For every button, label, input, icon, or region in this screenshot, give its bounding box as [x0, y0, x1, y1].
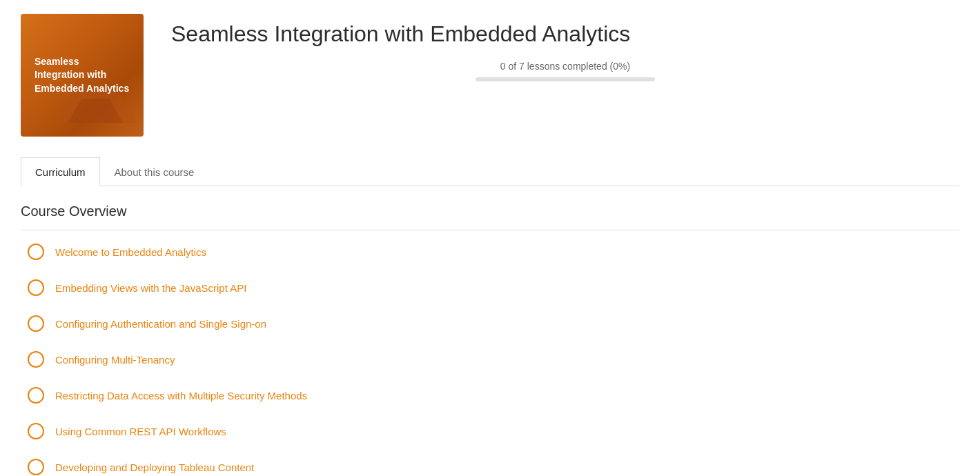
- lesson-label: Embedding Views with the JavaScript API: [55, 281, 246, 295]
- header-section: Seamless Integration with Embedded Analy…: [21, 14, 959, 137]
- lesson-circle-icon: [28, 315, 44, 332]
- tabs-container: Curriculum About this course: [21, 157, 959, 186]
- thumbnail-text: Seamless Integration with Embedded Analy…: [35, 55, 130, 96]
- lesson-item[interactable]: Configuring Multi-Tenancy: [21, 341, 959, 377]
- lesson-label: Restricting Data Access with Multiple Se…: [55, 388, 307, 403]
- course-title: Seamless Integration with Embedded Analy…: [171, 21, 959, 47]
- lesson-circle-icon: [28, 244, 44, 260]
- lesson-circle-icon: [28, 279, 44, 296]
- lesson-label: Developing and Deploying Tableau Content: [55, 460, 254, 475]
- lesson-item[interactable]: Welcome to Embedded Analytics: [21, 234, 959, 270]
- lesson-circle-icon: [28, 459, 44, 475]
- lesson-circle-icon: [28, 351, 44, 368]
- course-info: Seamless Integration with Embedded Analy…: [171, 14, 959, 81]
- tab-curriculum[interactable]: Curriculum: [21, 157, 100, 186]
- curriculum-content: Course Overview Welcome to Embedded Anal…: [21, 204, 959, 476]
- lesson-list: Welcome to Embedded AnalyticsEmbedding V…: [21, 234, 959, 476]
- lesson-item[interactable]: Developing and Deploying Tableau Content: [21, 449, 959, 476]
- divider: [21, 230, 959, 230]
- lesson-item[interactable]: Configuring Authentication and Single Si…: [21, 306, 959, 341]
- lesson-item[interactable]: Restricting Data Access with Multiple Se…: [21, 377, 959, 413]
- lesson-label: Configuring Multi-Tenancy: [55, 353, 175, 367]
- progress-label: 0 of 7 lessons completed (0%): [171, 61, 959, 72]
- lesson-label: Using Common REST API Workflows: [55, 424, 226, 439]
- lesson-label: Configuring Authentication and Single Si…: [55, 317, 266, 331]
- course-overview-title: Course Overview: [21, 204, 959, 219]
- tab-about[interactable]: About this course: [100, 157, 209, 186]
- lesson-circle-icon: [28, 423, 44, 439]
- lesson-item[interactable]: Embedding Views with the JavaScript API: [21, 270, 959, 306]
- page-container: Seamless Integration with Embedded Analy…: [0, 0, 980, 476]
- lesson-item[interactable]: Using Common REST API Workflows: [21, 413, 959, 449]
- course-thumbnail: Seamless Integration with Embedded Analy…: [21, 14, 144, 137]
- progress-bar-container: [476, 77, 655, 81]
- lesson-label: Welcome to Embedded Analytics: [55, 245, 206, 259]
- lesson-circle-icon: [28, 387, 44, 404]
